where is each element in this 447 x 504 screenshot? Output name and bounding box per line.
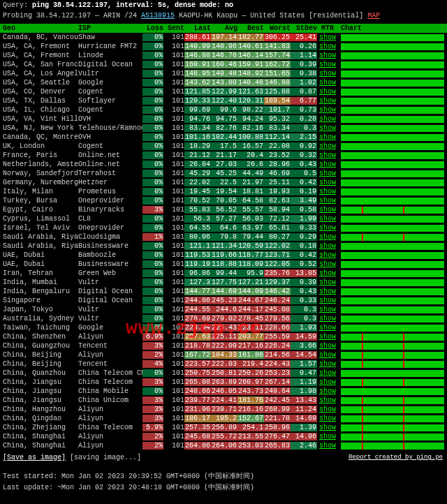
asn-link[interactable]: AS138915	[141, 12, 175, 20]
chart-cell	[338, 134, 444, 141]
mtr-link[interactable]: show	[319, 406, 336, 413]
cell-geo: USA, VA, Vint Hill	[3, 115, 78, 123]
mtr-link[interactable]: show	[319, 306, 336, 313]
cell-best: 127.21	[237, 279, 264, 286]
cell-worst: 125.88	[264, 88, 291, 96]
mtr-link[interactable]: show	[319, 351, 336, 359]
cell-worst: 122.05	[264, 260, 291, 268]
chart-cell	[338, 406, 444, 413]
mtr-link[interactable]: show	[319, 179, 336, 186]
cell-stdev: 0.3	[291, 315, 317, 323]
mtr-link[interactable]: show	[319, 324, 336, 332]
mtr-link[interactable]: show	[319, 360, 336, 368]
mtr-link[interactable]: show	[319, 133, 336, 141]
cell-worst: 80.27	[264, 233, 291, 241]
mtr-link[interactable]: show	[319, 378, 336, 386]
mtr-link[interactable]: show	[319, 170, 336, 177]
mtr-link[interactable]: show	[319, 369, 336, 377]
mtr-link[interactable]: show	[319, 415, 336, 422]
cell-sent: 101	[163, 79, 184, 87]
cell-best: 95.9	[237, 269, 264, 277]
cell-best: 120.59	[237, 242, 264, 250]
mtr-link[interactable]: show	[319, 115, 336, 123]
cell-isp: Digital Ocean	[78, 61, 142, 68]
mtr-link[interactable]: show	[319, 215, 336, 223]
mtr-link[interactable]: show	[319, 70, 336, 77]
cell-sent: 101	[163, 142, 184, 150]
mtr-link[interactable]: show	[319, 242, 336, 250]
cell-worst: 101.7	[264, 106, 291, 114]
cell-stdev: 25.41	[291, 34, 317, 41]
cell-loss: 0%	[142, 224, 163, 232]
mtr-link[interactable]: show	[319, 297, 336, 304]
cell-loss: 0%	[142, 279, 163, 286]
cell-isp: China Unicom	[78, 396, 142, 404]
cell-isp: OVH	[78, 115, 142, 123]
cell-last: 143.62	[184, 79, 211, 87]
save-image-link[interactable]: [Save as image]	[3, 454, 66, 461]
mtr-link[interactable]: show	[319, 424, 336, 431]
mtr-link[interactable]: show	[319, 188, 336, 195]
cell-worst: 65.81	[264, 224, 291, 232]
mtr-link[interactable]: show	[319, 142, 336, 150]
credit-link[interactable]: Report created by ping.pe	[349, 454, 443, 461]
table-row: USA, VA, Vint HillOVH0%10194.7694.7594.2…	[0, 114, 447, 124]
table-row: Turkey, BursaOneprovider0%10170.5270.056…	[0, 196, 447, 205]
chart-cell	[338, 89, 444, 96]
mtr-link[interactable]: show	[319, 151, 336, 159]
mtr-link[interactable]: show	[319, 161, 336, 168]
mtr-link[interactable]: show	[319, 61, 336, 68]
cell-stdev: 1.02	[291, 79, 317, 87]
mtr-link[interactable]: show	[319, 79, 336, 87]
cell-isp: China Telecom	[78, 378, 142, 386]
mtr-link[interactable]: show	[319, 34, 336, 41]
mtr-link[interactable]: show	[319, 442, 336, 450]
mtr-link[interactable]: show	[319, 433, 336, 440]
cell-geo: Norway, Sandefjord	[3, 170, 78, 177]
mtr-link[interactable]: show	[319, 315, 336, 323]
mtr-link[interactable]: show	[319, 52, 336, 59]
cell-loss: 3%	[142, 378, 163, 386]
mtr-link[interactable]: show	[319, 124, 336, 132]
mtr-link[interactable]: show	[319, 97, 336, 105]
cell-avg: 146.76	[211, 52, 237, 59]
mtr-link[interactable]: show	[319, 288, 336, 295]
cell-isp: Aliyun	[78, 442, 142, 450]
mtr-link[interactable]: show	[319, 43, 336, 50]
chart-cell	[338, 107, 444, 114]
mtr-link[interactable]: show	[319, 197, 336, 205]
mtr-link[interactable]: show	[319, 260, 336, 268]
cell-last: 288.61	[184, 34, 211, 41]
mtr-link[interactable]: show	[319, 233, 336, 241]
table-row: China, JiangsuChina Mobile0%101248.66246…	[0, 387, 447, 396]
map-link[interactable]: MAP	[367, 12, 380, 20]
mtr-link[interactable]: show	[319, 396, 336, 404]
table-row: SingaporeDigital Ocean0%101244.86245.232…	[0, 296, 447, 305]
cell-sent: 101	[163, 161, 184, 168]
chart-cell	[338, 179, 444, 186]
cell-geo: China, Jiangsu	[3, 387, 78, 395]
chart-cell	[338, 116, 444, 123]
mtr-link[interactable]: show	[319, 279, 336, 286]
mtr-link[interactable]: show	[319, 224, 336, 232]
table-row: China, ZhejiangChina Telecom5.9%101257.3…	[0, 423, 447, 432]
cell-isp: CL8	[78, 215, 142, 223]
cell-avg: 140.96	[211, 43, 237, 50]
table-row: USA, NJ, New YorkTelehouse/Ramnode0%1018…	[0, 124, 447, 133]
mtr-link[interactable]: show	[319, 387, 336, 395]
mtr-link[interactable]: show	[319, 106, 336, 114]
mtr-link[interactable]: show	[319, 251, 336, 259]
table-row: India, MumbaiVultr0%101127.3127.75127.21…	[0, 278, 447, 287]
mtr-link[interactable]: show	[319, 333, 336, 341]
cell-worst: 123.71	[264, 251, 291, 259]
mtr-link[interactable]: show	[319, 342, 336, 350]
mtr-link[interactable]: show	[319, 206, 336, 214]
mtr-link[interactable]: show	[319, 88, 336, 96]
cell-isp: OVH	[78, 133, 142, 141]
mtr-link[interactable]: show	[319, 269, 336, 277]
chart-cell	[338, 325, 444, 332]
cell-isp: Cogent	[78, 88, 142, 96]
cell-isp: Vultr	[78, 279, 142, 286]
cell-last: 223.94	[184, 324, 211, 332]
cell-sent: 101	[163, 34, 184, 41]
